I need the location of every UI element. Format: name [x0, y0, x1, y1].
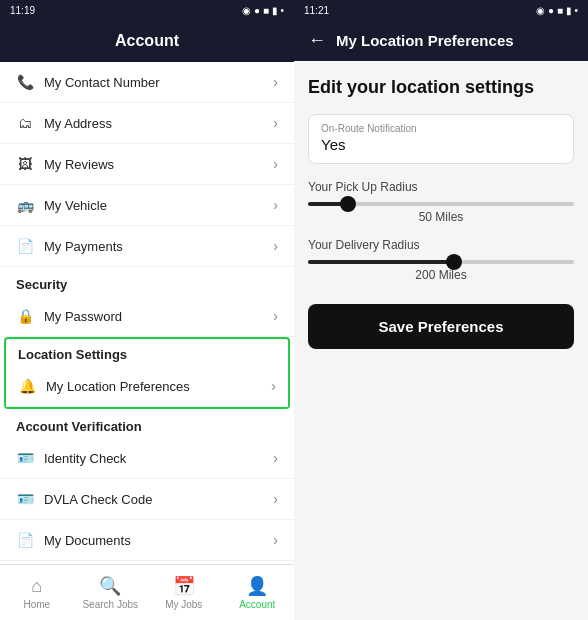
right-content: Edit your location settings On-Route Not… [294, 61, 588, 620]
status-icons-left: ◉ ● ■ ▮ • [242, 5, 284, 16]
pickup-radius-thumb[interactable] [340, 196, 356, 212]
menu-label-documents: My Documents [44, 533, 131, 548]
delivery-radius-fill [308, 260, 454, 264]
phone-icon: 📞 [16, 73, 34, 91]
pickup-radius-section: Your Pick Up Radius 50 Miles [308, 180, 574, 224]
menu-item-reviews[interactable]: 🖼 My Reviews › [0, 144, 294, 185]
lock-icon: 🔒 [16, 307, 34, 325]
chevron-icon: › [273, 115, 278, 131]
account-verification-label: Account Verification [0, 409, 294, 438]
chevron-icon: › [273, 450, 278, 466]
menu-label-location-prefs: My Location Preferences [46, 379, 190, 394]
security-section-label: Security [0, 267, 294, 296]
status-bar-left: 11:19 ◉ ● ■ ▮ • [0, 0, 294, 20]
nav-search-label: Search Jobs [82, 599, 138, 610]
payments-icon: 📄 [16, 237, 34, 255]
nav-search-jobs[interactable]: 🔍 Search Jobs [74, 565, 148, 620]
pickup-radius-label: Your Pick Up Radius [308, 180, 574, 194]
left-panel: 11:19 ◉ ● ■ ▮ • Account 📞 My Contact Num… [0, 0, 294, 620]
pickup-radius-value: 50 Miles [308, 210, 574, 224]
on-route-label: On-Route Notification [321, 123, 561, 134]
menu-item-contact[interactable]: 📞 My Contact Number › [0, 62, 294, 103]
time-left: 11:19 [10, 5, 35, 16]
menu-list: 📞 My Contact Number › 🗂 My Address › 🖼 M… [0, 62, 294, 564]
nav-account[interactable]: 👤 Account [221, 565, 295, 620]
menu-label-reviews: My Reviews [44, 157, 114, 172]
calendar-icon: 📅 [173, 575, 195, 597]
nav-home[interactable]: ⌂ Home [0, 565, 74, 620]
menu-item-location-prefs[interactable]: 🔔 My Location Preferences › [6, 366, 288, 407]
reviews-icon: 🖼 [16, 155, 34, 173]
menu-item-vehicle[interactable]: 🚌 My Vehicle › [0, 185, 294, 226]
on-route-field: On-Route Notification Yes [308, 114, 574, 164]
status-icons-right: ◉ ● ■ ▮ • [536, 5, 578, 16]
menu-item-documents[interactable]: 📄 My Documents › [0, 520, 294, 561]
menu-label-identity: Identity Check [44, 451, 126, 466]
delivery-radius-track[interactable] [308, 260, 574, 264]
nav-home-label: Home [23, 599, 50, 610]
back-button[interactable]: ← [308, 30, 326, 51]
delivery-radius-label: Your Delivery Radius [308, 238, 574, 252]
time-right: 11:21 [304, 5, 329, 16]
chevron-icon: › [273, 308, 278, 324]
chevron-icon: › [271, 378, 276, 394]
identity-icon: 🪪 [16, 449, 34, 467]
edit-title: Edit your location settings [308, 77, 574, 98]
menu-label-dvla: DVLA Check Code [44, 492, 152, 507]
chevron-icon: › [273, 238, 278, 254]
location-section-label: Location Settings [6, 339, 288, 366]
chevron-icon: › [273, 74, 278, 90]
right-header: ← My Location Preferences [294, 20, 588, 61]
on-route-value: Yes [321, 136, 561, 153]
menu-item-identity[interactable]: 🪪 Identity Check › [0, 438, 294, 479]
nav-account-label: Account [239, 599, 275, 610]
dvla-icon: 🪪 [16, 490, 34, 508]
menu-label-password: My Password [44, 309, 122, 324]
menu-label-address: My Address [44, 116, 112, 131]
chevron-icon: › [273, 156, 278, 172]
menu-item-password[interactable]: 🔒 My Password › [0, 296, 294, 337]
chevron-icon: › [273, 532, 278, 548]
save-preferences-button[interactable]: Save Preferences [308, 304, 574, 349]
home-icon: ⌂ [31, 576, 42, 597]
pickup-radius-track[interactable] [308, 202, 574, 206]
menu-item-dvla[interactable]: 🪪 DVLA Check Code › [0, 479, 294, 520]
document-icon: 📄 [16, 531, 34, 549]
nav-myjobs-label: My Jobs [165, 599, 202, 610]
menu-item-payments[interactable]: 📄 My Payments › [0, 226, 294, 267]
nav-my-jobs[interactable]: 📅 My Jobs [147, 565, 221, 620]
right-header-title: My Location Preferences [336, 32, 514, 49]
status-bar-right: 11:21 ◉ ● ■ ▮ • [294, 0, 588, 20]
delivery-radius-section: Your Delivery Radius 200 Miles [308, 238, 574, 282]
left-header: Account [0, 20, 294, 62]
address-icon: 🗂 [16, 114, 34, 132]
menu-label-contact: My Contact Number [44, 75, 160, 90]
location-settings-section: Location Settings 🔔 My Location Preferen… [4, 337, 290, 409]
account-icon: 👤 [246, 575, 268, 597]
menu-label-payments: My Payments [44, 239, 123, 254]
chevron-icon: › [273, 491, 278, 507]
bell-icon: 🔔 [18, 377, 36, 395]
chevron-icon: › [273, 197, 278, 213]
search-icon: 🔍 [99, 575, 121, 597]
menu-item-address[interactable]: 🗂 My Address › [0, 103, 294, 144]
right-panel: 11:21 ◉ ● ■ ▮ • ← My Location Preference… [294, 0, 588, 620]
menu-label-vehicle: My Vehicle [44, 198, 107, 213]
delivery-radius-value: 200 Miles [308, 268, 574, 282]
left-header-title: Account [115, 32, 179, 49]
vehicle-icon: 🚌 [16, 196, 34, 214]
bottom-nav: ⌂ Home 🔍 Search Jobs 📅 My Jobs 👤 Account [0, 564, 294, 620]
